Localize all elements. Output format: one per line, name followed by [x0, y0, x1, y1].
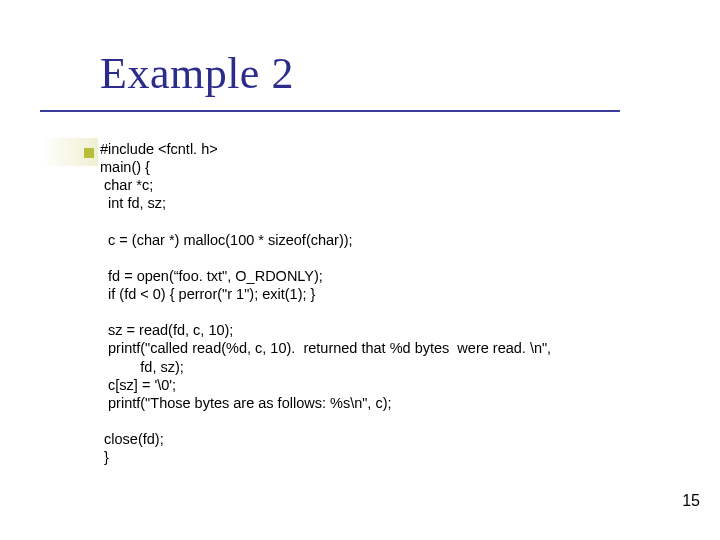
title-wrap: Example 2: [100, 48, 294, 99]
code-block: #include <fcntl. h> main() { char *c; in…: [100, 140, 680, 466]
slide-title: Example 2: [100, 48, 294, 99]
slide: Example 2 #include <fcntl. h> main() { c…: [0, 0, 720, 540]
bullet-square-icon: [84, 148, 94, 158]
title-underline: [40, 110, 620, 112]
page-number: 15: [682, 492, 700, 510]
